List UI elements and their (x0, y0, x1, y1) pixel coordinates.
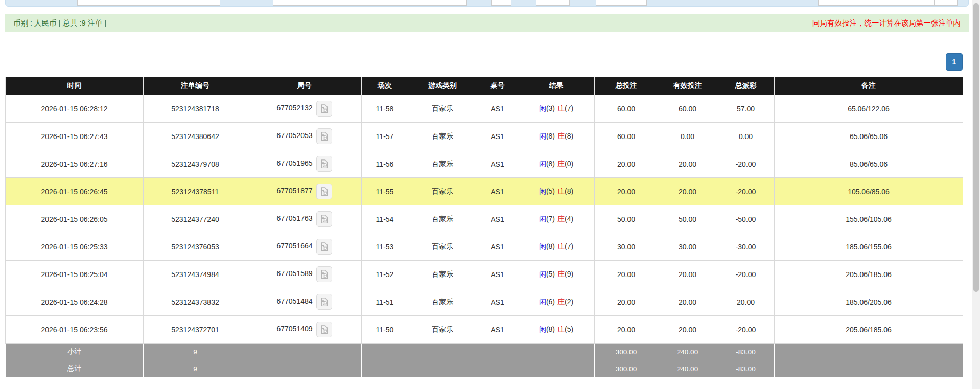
cell-payout: -20.00 (717, 150, 775, 178)
video-replay-button[interactable] (316, 184, 332, 199)
banker-label: 庄 (557, 215, 565, 223)
cell-round-no: 677051965 (247, 150, 362, 178)
banker-score: (8) (565, 187, 573, 195)
cell-round-no: 677051664 (247, 233, 362, 261)
banker-score: (7) (565, 104, 573, 112)
cell-result: 闲(5)庄(9) (518, 261, 595, 288)
cell-remark: 65.06/65.06 (775, 123, 963, 150)
banker-label: 庄 (557, 242, 565, 250)
table-row: 2026-01-15 06:27:43 523124380642 6770520… (6, 123, 963, 150)
cell-result: 闲(7)庄(4) (518, 205, 595, 233)
cell-session: 11-55 (362, 178, 408, 205)
cell-table-no: AS1 (477, 150, 518, 178)
banker-label: 庄 (557, 132, 565, 140)
cell-remark: 105.06/85.06 (775, 178, 963, 205)
video-replay-icon (319, 187, 329, 196)
cell-time: 2026-01-15 06:25:04 (6, 261, 144, 288)
cell-round-no: 677052053 (247, 123, 362, 150)
cell-bet-no: 523124373832 (144, 288, 247, 316)
video-replay-button[interactable] (316, 211, 332, 227)
video-replay-button[interactable] (316, 294, 332, 310)
table-row: 2026-01-15 06:27:16 523124379708 6770519… (6, 150, 963, 178)
cell-valid-bet: 60.00 (658, 95, 717, 123)
subtotal-valid-bet: 240.00 (658, 344, 717, 360)
cell-table-no: AS1 (477, 178, 518, 205)
player-label: 闲 (539, 215, 546, 223)
player-score: (8) (546, 242, 555, 250)
cell-total-bet[interactable]: 50.00 (595, 205, 658, 233)
cell-payout: 0.00 (717, 123, 775, 150)
cell-total-bet[interactable]: 20.00 (595, 288, 658, 316)
col-time: 时间 (6, 77, 144, 95)
filter-input-stub (818, 0, 935, 6)
filter-input-stub (77, 0, 196, 6)
bets-table: 时间 注单编号 局号 场次 游戏类别 桌号 结果 总投注 有效投注 总派彩 备注… (5, 77, 963, 377)
video-replay-button[interactable] (316, 101, 332, 117)
round-no: 677051409 (276, 325, 312, 333)
cell-table-no: AS1 (477, 205, 518, 233)
cell-bet-no: 523124379708 (144, 150, 247, 178)
table-row: 2026-01-15 06:26:05 523124377240 6770517… (6, 205, 963, 233)
scrollbar-track[interactable] (972, 0, 980, 389)
cell-session: 11-58 (362, 95, 408, 123)
player-label: 闲 (539, 242, 546, 250)
cell-game-type: 百家乐 (408, 205, 477, 233)
page-1-button[interactable]: 1 (946, 53, 963, 71)
cell-table-no: AS1 (477, 316, 518, 344)
video-replay-button[interactable] (316, 156, 332, 172)
col-table-no: 桌号 (477, 77, 518, 95)
cell-game-type: 百家乐 (408, 288, 477, 316)
banker-score: (8) (565, 132, 573, 140)
cell-time: 2026-01-15 06:27:16 (6, 150, 144, 178)
cell-total-bet[interactable]: 60.00 (595, 95, 658, 123)
cell-total-bet[interactable]: 60.00 (595, 123, 658, 150)
round-no: 677051484 (276, 297, 312, 305)
cell-payout: -20.00 (717, 261, 775, 288)
filter-panel-cutoff (5, 0, 969, 7)
filter-input-stub (596, 0, 647, 6)
banker-label: 庄 (557, 159, 565, 168)
col-remark: 备注 (775, 77, 963, 95)
col-valid-bet: 有效投注 (658, 77, 717, 95)
total-total-bet: 300.00 (595, 360, 658, 377)
cell-session: 11-56 (362, 150, 408, 178)
filter-input-stub (536, 0, 570, 6)
cell-time: 2026-01-15 06:28:12 (6, 95, 144, 123)
player-score: (6) (546, 298, 555, 306)
player-label: 闲 (539, 104, 546, 112)
cell-time: 2026-01-15 06:24:28 (6, 288, 144, 316)
table-row: 2026-01-15 06:25:33 523124376053 6770516… (6, 233, 963, 261)
subtotal-count: 9 (144, 344, 247, 360)
cell-total-bet[interactable]: 30.00 (595, 233, 658, 261)
cell-bet-no: 523124372701 (144, 316, 247, 344)
cell-result: 闲(6)庄(2) (518, 288, 595, 316)
player-label: 闲 (539, 159, 546, 168)
cell-payout: 57.00 (717, 95, 775, 123)
player-score: (8) (546, 159, 555, 168)
video-replay-button[interactable] (316, 322, 332, 337)
currency-summary-text: 币别 : 人民币 | 总共 :9 注单 | (13, 18, 106, 28)
cell-total-bet[interactable]: 20.00 (595, 316, 658, 344)
scrollbar-thumb[interactable] (973, 3, 979, 292)
video-replay-button[interactable] (316, 239, 332, 255)
col-bet-no: 注单编号 (144, 77, 247, 95)
round-no: 677051664 (276, 242, 312, 250)
cell-session: 11-50 (362, 316, 408, 344)
cell-total-bet[interactable]: 20.00 (595, 178, 658, 205)
cell-table-no: AS1 (477, 288, 518, 316)
filter-input-stub (444, 0, 467, 6)
cell-round-no: 677052132 (247, 95, 362, 123)
table-row: 2026-01-15 06:24:28 523124373832 6770514… (6, 288, 963, 316)
video-replay-button[interactable] (316, 128, 332, 144)
cell-total-bet[interactable]: 20.00 (595, 261, 658, 288)
subtotal-label: 小计 (6, 344, 144, 360)
cell-total-bet[interactable]: 20.00 (595, 150, 658, 178)
col-session: 场次 (362, 77, 408, 95)
col-payout: 总派彩 (717, 77, 775, 95)
cell-payout: -20.00 (717, 316, 775, 344)
video-replay-button[interactable] (316, 266, 332, 282)
cell-payout: 20.00 (717, 288, 775, 316)
cell-game-type: 百家乐 (408, 261, 477, 288)
cell-valid-bet: 20.00 (658, 150, 717, 178)
player-score: (5) (546, 270, 555, 278)
